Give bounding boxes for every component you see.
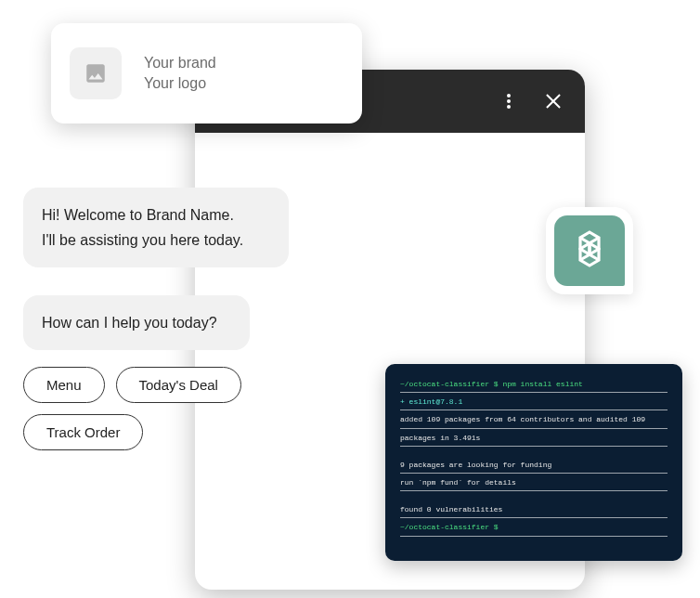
- terminal-line: ~/octocat-classifier $: [400, 520, 668, 536]
- terminal-line: packages in 3.491s: [400, 431, 668, 447]
- welcome-line-1: Hi! Welcome to Brand Name.: [42, 202, 270, 228]
- followup-text: How can I help you today?: [42, 310, 231, 335]
- brand-card: Your brand Your logo: [51, 23, 362, 124]
- welcome-line-2: I'll be assisting you here today.: [42, 228, 270, 253]
- image-icon: [84, 61, 108, 85]
- header-icons: [499, 92, 563, 110]
- close-icon[interactable]: [544, 92, 563, 110]
- menu-button[interactable]: Menu: [23, 367, 105, 403]
- welcome-bubble: Hi! Welcome to Brand Name. I'll be assis…: [23, 188, 289, 267]
- terminal-line: ~/octocat-classifier $ npm install eslin…: [400, 377, 668, 393]
- terminal: ~/octocat-classifier $ npm install eslin…: [385, 364, 682, 561]
- brand-line-2: Your logo: [144, 73, 216, 94]
- terminal-line: run `npm fund` for details: [400, 475, 668, 491]
- brand-line-1: Your brand: [144, 53, 216, 73]
- terminal-line: [400, 448, 668, 458]
- track-order-button[interactable]: Track Order: [23, 414, 143, 450]
- terminal-line: [400, 493, 668, 502]
- ai-badge-inner: [554, 215, 625, 286]
- brand-text: Your brand Your logo: [144, 53, 216, 95]
- logo-placeholder: [70, 47, 122, 99]
- terminal-line: 9 packages are looking for funding: [400, 458, 668, 474]
- terminal-line: found 0 vulnerabilities: [400, 502, 668, 518]
- followup-bubble: How can I help you today?: [23, 295, 250, 350]
- terminal-line: added 109 packages from 64 contributors …: [400, 412, 668, 428]
- ai-badge: [546, 207, 633, 294]
- more-icon[interactable]: [499, 92, 518, 110]
- openai-icon: [567, 227, 612, 275]
- todays-deal-button[interactable]: Today's Deal: [116, 367, 241, 403]
- terminal-line: + eslint@7.8.1: [400, 395, 668, 410]
- quick-replies: Menu Today's Deal Track Order: [23, 367, 302, 450]
